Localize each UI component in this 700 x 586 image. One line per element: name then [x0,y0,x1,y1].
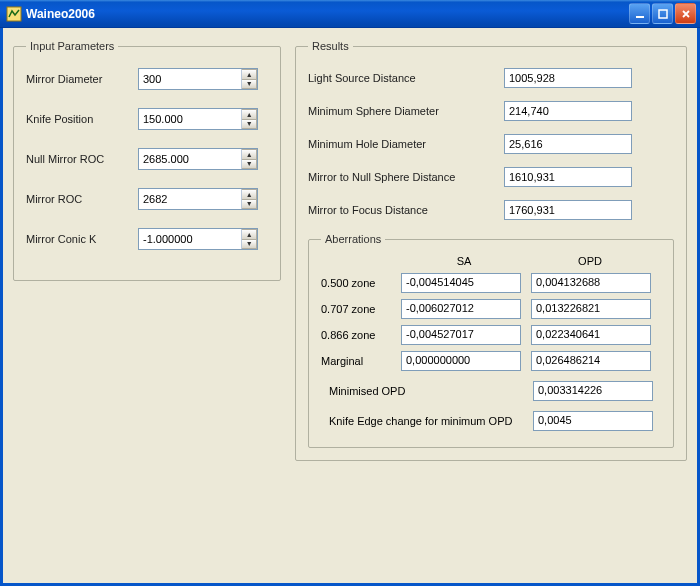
header-sa: SA [401,255,527,267]
minimize-button[interactable] [629,3,650,24]
results-legend: Results [308,40,353,52]
row-min-sphere-diameter: Minimum Sphere Diameter 214,740 [308,101,674,121]
svg-rect-1 [636,16,644,18]
sa-0500: -0,004514045 [401,273,521,293]
spin-down-icon[interactable]: ▼ [242,79,257,90]
aberr-row-0707: 0.707 zone -0,006027012 0,013226821 [321,299,661,319]
mirror-conic-k-arrows: ▲ ▼ [241,229,257,249]
label-mirror-to-null-sphere: Mirror to Null Sphere Distance [308,171,504,183]
spin-down-icon[interactable]: ▼ [242,159,257,170]
close-button[interactable] [675,3,696,24]
mirror-diameter-stepper[interactable]: ▲ ▼ [138,68,258,90]
label-0866-zone: 0.866 zone [321,329,401,341]
spin-up-icon[interactable]: ▲ [242,189,257,199]
opd-0500: 0,004132688 [531,273,651,293]
mirror-roc-input[interactable] [139,189,241,209]
results-group: Results Light Source Distance 1005,928 M… [295,40,687,461]
svg-rect-2 [659,10,667,18]
mirror-conic-k-stepper[interactable]: ▲ ▼ [138,228,258,250]
knife-position-stepper[interactable]: ▲ ▼ [138,108,258,130]
label-knife-position: Knife Position [26,113,138,125]
aberrations-group: Aberrations SA OPD 0.500 zone -0,0045140… [308,233,674,448]
mirror-diameter-input[interactable] [139,69,241,89]
label-null-mirror-roc: Null Mirror ROC [26,153,138,165]
mirror-diameter-arrows: ▲ ▼ [241,69,257,89]
row-null-mirror-roc: Null Mirror ROC ▲ ▼ [26,148,268,170]
label-knife-edge-change: Knife Edge change for minimum OPD [321,415,533,427]
spin-down-icon[interactable]: ▼ [242,239,257,250]
titlebar: Waineo2006 [0,0,700,28]
knife-position-input[interactable] [139,109,241,129]
spin-down-icon[interactable]: ▼ [242,199,257,210]
label-min-sphere-diameter: Minimum Sphere Diameter [308,105,504,117]
row-mirror-conic-k: Mirror Conic K ▲ ▼ [26,228,268,250]
knife-position-arrows: ▲ ▼ [241,109,257,129]
value-light-source-distance: 1005,928 [504,68,632,88]
value-knife-edge-change: 0,0045 [533,411,653,431]
row-minimised-opd: Minimised OPD 0,003314226 [321,381,661,401]
row-min-hole-diameter: Minimum Hole Diameter 25,616 [308,134,674,154]
input-parameters-legend: Input Parameters [26,40,118,52]
mirror-conic-k-input[interactable] [139,229,241,249]
label-marginal: Marginal [321,355,401,367]
row-mirror-to-focus: Mirror to Focus Distance 1760,931 [308,200,674,220]
label-minimised-opd: Minimised OPD [321,385,533,397]
label-mirror-conic-k: Mirror Conic K [26,233,138,245]
null-mirror-roc-input[interactable] [139,149,241,169]
sa-0866: -0,004527017 [401,325,521,345]
aberr-row-marginal: Marginal 0,000000000 0,026486214 [321,351,661,371]
mirror-roc-stepper[interactable]: ▲ ▼ [138,188,258,210]
spin-up-icon[interactable]: ▲ [242,229,257,239]
spin-up-icon[interactable]: ▲ [242,69,257,79]
label-mirror-diameter: Mirror Diameter [26,73,138,85]
row-knife-edge-change: Knife Edge change for minimum OPD 0,0045 [321,411,661,431]
label-0500-zone: 0.500 zone [321,277,401,289]
value-min-hole-diameter: 25,616 [504,134,632,154]
aberrations-legend: Aberrations [321,233,385,245]
label-0707-zone: 0.707 zone [321,303,401,315]
null-mirror-roc-stepper[interactable]: ▲ ▼ [138,148,258,170]
opd-0707: 0,013226821 [531,299,651,319]
client-area: Input Parameters Mirror Diameter ▲ ▼ Kni… [0,28,700,586]
spin-down-icon[interactable]: ▼ [242,119,257,130]
spin-up-icon[interactable]: ▲ [242,109,257,119]
aberr-row-0866: 0.866 zone -0,004527017 0,022340641 [321,325,661,345]
aberr-row-0500: 0.500 zone -0,004514045 0,004132688 [321,273,661,293]
label-mirror-to-focus: Mirror to Focus Distance [308,204,504,216]
header-zone [321,255,401,267]
value-min-sphere-diameter: 214,740 [504,101,632,121]
label-min-hole-diameter: Minimum Hole Diameter [308,138,504,150]
value-minimised-opd: 0,003314226 [533,381,653,401]
window-title: Waineo2006 [26,7,629,21]
mirror-roc-arrows: ▲ ▼ [241,189,257,209]
spin-up-icon[interactable]: ▲ [242,149,257,159]
maximize-button[interactable] [652,3,673,24]
label-mirror-roc: Mirror ROC [26,193,138,205]
app-icon [6,6,22,22]
row-knife-position: Knife Position ▲ ▼ [26,108,268,130]
value-mirror-to-focus: 1760,931 [504,200,632,220]
aberrations-header: SA OPD [321,255,661,267]
sa-0707: -0,006027012 [401,299,521,319]
row-light-source-distance: Light Source Distance 1005,928 [308,68,674,88]
null-mirror-roc-arrows: ▲ ▼ [241,149,257,169]
input-parameters-group: Input Parameters Mirror Diameter ▲ ▼ Kni… [13,40,281,281]
row-mirror-roc: Mirror ROC ▲ ▼ [26,188,268,210]
label-light-source-distance: Light Source Distance [308,72,504,84]
opd-marginal: 0,026486214 [531,351,651,371]
window-controls [629,3,696,24]
row-mirror-to-null-sphere: Mirror to Null Sphere Distance 1610,931 [308,167,674,187]
row-mirror-diameter: Mirror Diameter ▲ ▼ [26,68,268,90]
opd-0866: 0,022340641 [531,325,651,345]
value-mirror-to-null-sphere: 1610,931 [504,167,632,187]
header-opd: OPD [527,255,653,267]
sa-marginal: 0,000000000 [401,351,521,371]
